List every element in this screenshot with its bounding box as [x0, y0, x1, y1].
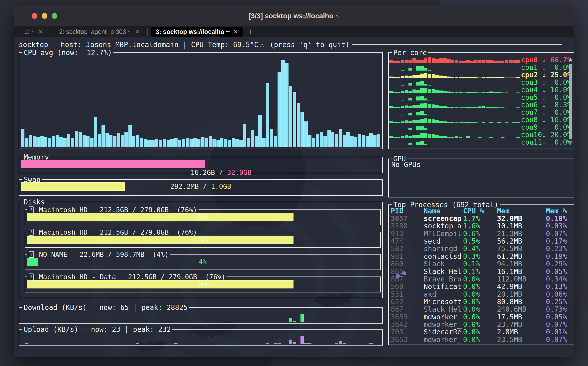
disk-panel: ? Macintosh HD - Data 212.5GB / 279.0GB … [25, 276, 381, 292]
spark-bar [401, 85, 404, 86]
chart-bar [327, 130, 331, 147]
spark-bar [397, 107, 400, 108]
spark-bar [408, 136, 412, 138]
window-titlebar[interactable]: [3/3] socktop ws://localho ~ [14, 5, 574, 26]
tab-close-icon[interactable]: ✕ [135, 28, 140, 35]
spark-bar [443, 91, 447, 93]
spark-bar [482, 106, 485, 108]
process-row: 865Slack Hel0.1%16.1MB0.05% [389, 268, 574, 275]
core-row: cpu7 ↓ 0.0% [389, 109, 574, 116]
spark-bar [478, 106, 481, 108]
tab-close-icon[interactable]: ✕ [233, 28, 238, 35]
spark-bar [401, 136, 404, 138]
scrollbar-thumb[interactable] [569, 64, 572, 139]
spark-bar [512, 122, 516, 123]
process-pid: 3642 [391, 321, 424, 328]
chart-bar [316, 134, 319, 147]
chart-bar [201, 137, 204, 147]
spark-bar [397, 122, 400, 123]
spark-bar [435, 90, 439, 93]
core-label: cpu3 ↓ 0.0% [521, 79, 571, 86]
process-mem: 16.1MB [497, 268, 546, 275]
core-sparkline [389, 72, 520, 78]
disk-usage-label: 76% [27, 213, 379, 221]
process-pid: 981 [391, 253, 424, 260]
spark-bar [439, 91, 443, 93]
chart-bar [297, 103, 300, 147]
tab-label: 2: socktop_agent -p 303 ~ [59, 28, 131, 35]
process-name: contactsd [424, 253, 463, 260]
spark-bar [462, 77, 466, 78]
spark-bar [478, 78, 481, 78]
tab-1[interactable]: 1: ~✕ [20, 27, 48, 37]
spark-bar [428, 57, 431, 63]
spark-bar [416, 120, 420, 123]
spark-bar [443, 58, 447, 63]
spark-bar [389, 136, 393, 138]
spark-bar [516, 107, 520, 108]
spark-bar [428, 119, 431, 123]
process-name: Slack Hel [424, 306, 463, 313]
process-cpu: 0.1% [463, 268, 497, 275]
process-mem_pct: 0.29% [546, 260, 574, 268]
spark-bar [412, 75, 416, 78]
process-row: 3657screencap1.7%32.0MB0.10% [389, 215, 574, 222]
new-tab-button[interactable]: + [248, 28, 253, 36]
chart-bar [121, 135, 124, 147]
process-pid: 3588 [391, 222, 424, 230]
process-cpu: 0.6% [463, 230, 497, 238]
upload-chart [21, 332, 380, 344]
tab-close-icon[interactable]: ✕ [38, 28, 43, 35]
per-core-scrollbar[interactable]: ▲ ▼ [568, 56, 574, 145]
tab-3[interactable]: 3: socktop ws://localho ~✕ [151, 27, 243, 37]
spark-bar [412, 58, 416, 63]
core-label: cpu7 ↓ 0.0% [521, 109, 571, 116]
per-core-panel: Per-core cpu0 ↓ 66.7%cpu1 ↓ 0.0%cpu2 ↓ 2… [388, 52, 574, 149]
spark-bar [497, 107, 500, 108]
spark-bar [447, 92, 451, 93]
gpu-panel: GPU No GPUs [388, 159, 574, 197]
chart-bar [289, 340, 292, 344]
spark-bar [505, 60, 508, 63]
chart-bar [132, 136, 135, 147]
spark-bar [412, 90, 416, 93]
chart-bar [170, 139, 174, 147]
spark-bar [420, 126, 424, 131]
spark-bar [478, 60, 481, 63]
spark-bar [497, 61, 500, 63]
spark-bar [428, 89, 431, 93]
disk-title: ? Macintosh HD - Data 212.5GB / 279.0GB … [27, 273, 227, 281]
core-row: cpu11↓ 0.0% [389, 139, 574, 146]
spark-bar [493, 92, 497, 93]
chart-bar [163, 139, 166, 147]
spark-bar [443, 106, 447, 108]
spark-bar [408, 121, 412, 123]
chart-bar [105, 133, 109, 147]
core-label: cpu6 ↓ 8.3% [521, 101, 571, 109]
scroll-down-icon[interactable]: ▼ [568, 140, 574, 145]
spark-bar [489, 122, 493, 123]
spark-bar [439, 136, 443, 138]
process-name: Slack [424, 260, 463, 268]
tab-2[interactable]: 2: socktop_agent -p 303 ~✕ [55, 27, 144, 37]
spark-bar [451, 107, 454, 108]
terminal-content: socktop — host: Jasons-MBP.localdomain |… [14, 37, 574, 357]
chart-bar [278, 343, 281, 344]
spark-bar [412, 135, 416, 138]
disk-title: ? Macintosh HD 212.5GB / 279.0GB (76%) [27, 228, 198, 236]
chart-bar [320, 132, 323, 147]
spark-bar [424, 58, 427, 63]
spark-bar [408, 128, 412, 131]
chart-bar [90, 138, 93, 147]
chart-bar [25, 343, 28, 344]
spark-bar [424, 133, 427, 138]
tab-bar: 1: ~✕│2: socktop_agent -p 303 ~✕│3: sock… [14, 26, 574, 37]
chart-bar [63, 138, 67, 147]
spark-bar [466, 107, 470, 108]
process-cpu: 0.0% [463, 291, 497, 298]
spark-bar [466, 136, 470, 138]
chart-bar [366, 136, 369, 147]
spark-bar [401, 76, 404, 78]
scroll-up-icon[interactable]: ▲ [568, 56, 574, 62]
chart-bar [144, 139, 147, 147]
